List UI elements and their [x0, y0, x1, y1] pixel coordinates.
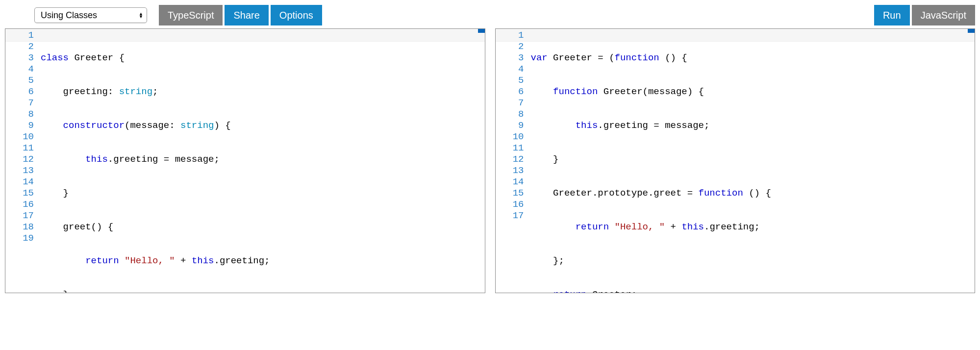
line-number: 14	[5, 176, 34, 188]
code-area: 1 2 3 4 5 6 7 8 9 10 11 12 13 14 15 16 1	[5, 29, 485, 293]
code-line: class Greeter {	[41, 52, 485, 64]
line-number: 17	[496, 210, 524, 222]
line-number: 10	[496, 131, 524, 143]
code-area: 1 2 3 4 5 6 7 8 9 10 11 12 13 14 15 16 1	[496, 29, 975, 293]
line-number: 10	[5, 131, 34, 143]
line-number: 3	[5, 52, 34, 64]
line-number: 13	[5, 165, 34, 176]
javascript-button[interactable]: JavaScript	[912, 5, 975, 25]
line-number: 8	[5, 109, 34, 120]
line-number: 12	[496, 154, 524, 165]
line-gutter: 1 2 3 4 5 6 7 8 9 10 11 12 13 14 15 16 1	[496, 30, 531, 293]
line-number: 11	[496, 143, 524, 154]
line-number: 14	[496, 176, 524, 188]
code-line: var Greeter = (function () {	[531, 52, 975, 64]
code-line: function Greeter(message) {	[531, 86, 975, 98]
line-number: 17	[5, 210, 34, 222]
code-line: Greeter.prototype.greet = function () {	[531, 188, 975, 199]
line-number: 7	[496, 98, 524, 109]
code-line: }	[531, 154, 975, 165]
example-select[interactable]: Using Classes	[34, 7, 147, 23]
line-number: 8	[496, 109, 524, 120]
line-number: 6	[5, 86, 34, 98]
line-number: 7	[5, 98, 34, 109]
code-line: this.greeting = message;	[531, 120, 975, 131]
line-number: 2	[496, 41, 524, 52]
line-number: 16	[496, 199, 524, 210]
line-number: 1	[5, 30, 34, 41]
right-toolbar: Run JavaScript	[495, 5, 976, 25]
line-number: 16	[5, 199, 34, 210]
line-number: 3	[496, 52, 524, 64]
typescript-button[interactable]: TypeScript	[159, 5, 223, 25]
line-number: 9	[496, 120, 524, 131]
code-line: this.greeting = message;	[41, 154, 485, 165]
code-line: constructor(message: string) {	[41, 120, 485, 131]
code-line: return Greeter;	[531, 289, 975, 293]
line-number: 11	[5, 143, 34, 154]
run-button[interactable]: Run	[874, 5, 910, 25]
line-number: 4	[5, 64, 34, 75]
code-line: greeting: string;	[41, 86, 485, 98]
line-number: 19	[5, 233, 34, 244]
line-gutter: 1 2 3 4 5 6 7 8 9 10 11 12 13 14 15 16 1	[5, 30, 41, 293]
line-number: 1	[496, 30, 524, 41]
code-lines[interactable]: var Greeter = (function () { function Gr…	[531, 30, 975, 293]
line-number: 15	[496, 188, 524, 199]
line-number: 13	[496, 165, 524, 176]
code-line: }	[41, 188, 485, 199]
code-line: }	[41, 289, 485, 293]
share-button[interactable]: Share	[225, 5, 268, 25]
typescript-editor[interactable]: 1 2 3 4 5 6 7 8 9 10 11 12 13 14 15 16 1	[5, 28, 485, 293]
code-lines[interactable]: class Greeter { greeting: string; constr…	[41, 30, 485, 293]
playground-container: Using Classes ▲▼ TypeScript Share Option…	[5, 5, 975, 293]
line-number: 6	[496, 86, 524, 98]
example-select-wrapper: Using Classes ▲▼	[34, 7, 147, 23]
line-number: 12	[5, 154, 34, 165]
line-number: 5	[496, 75, 524, 86]
options-button[interactable]: Options	[271, 5, 322, 25]
line-number: 9	[5, 120, 34, 131]
line-number: 5	[5, 75, 34, 86]
line-number: 15	[5, 188, 34, 199]
code-line: return "Hello, " + this.greeting;	[531, 222, 975, 233]
javascript-output-editor[interactable]: 1 2 3 4 5 6 7 8 9 10 11 12 13 14 15 16 1	[495, 28, 976, 293]
line-number: 4	[496, 64, 524, 75]
line-number: 18	[5, 222, 34, 233]
left-pane: Using Classes ▲▼ TypeScript Share Option…	[5, 5, 485, 293]
code-line: greet() {	[41, 222, 485, 233]
left-toolbar: Using Classes ▲▼ TypeScript Share Option…	[5, 5, 485, 25]
line-number: 2	[5, 41, 34, 52]
right-pane: Run JavaScript 1 2 3 4 5 6 7 8 9 10 11	[495, 5, 976, 293]
code-line: return "Hello, " + this.greeting;	[41, 255, 485, 267]
code-line: };	[531, 255, 975, 267]
